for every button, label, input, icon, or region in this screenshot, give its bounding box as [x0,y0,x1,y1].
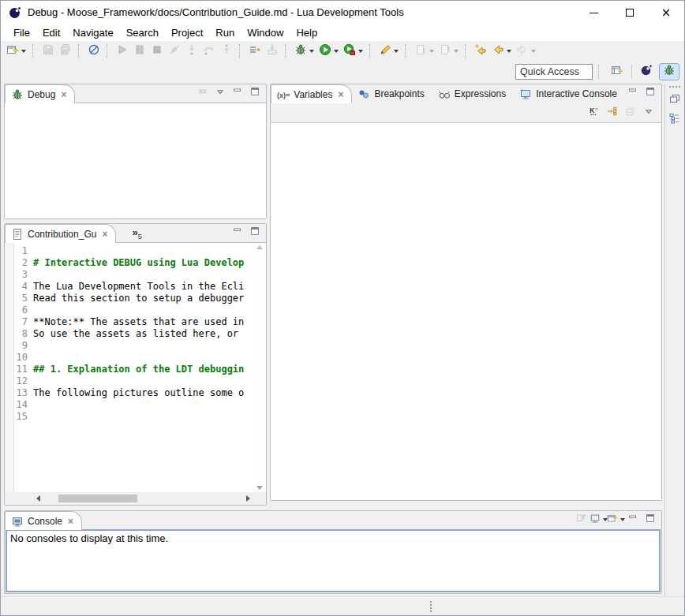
outline-view-button[interactable] [667,112,683,128]
open-perspective-button[interactable] [607,63,627,80]
window-close-button[interactable]: × [648,1,684,24]
editor-line[interactable]: 1 [14,245,253,256]
menu-run[interactable]: Run [209,25,241,40]
remove-all-terminated-button [195,86,211,100]
editor-line[interactable]: 5Read this section to setup a debugger [14,292,253,304]
open-console-icon [607,513,618,527]
menu-navigate[interactable]: Navigate [66,25,119,40]
dropdown-arrow-icon[interactable] [507,50,511,53]
editor-line[interactable]: 12 [14,375,253,386]
dropdown-arrow-icon[interactable] [429,50,434,53]
close-icon[interactable]: × [61,89,66,100]
drag-handle[interactable] [669,86,680,88]
tab-interactive-console[interactable]: Interactive Console [514,84,625,103]
editor-line[interactable]: 4The Lua Development Tools in the Ecli [14,280,253,292]
scrollbar-thumb[interactable] [58,495,137,502]
tab-label: Interactive Console [536,88,617,99]
scroll-left-arrow[interactable] [36,495,40,502]
tab-variables[interactable]: (x)=Variables× [271,84,352,103]
close-icon[interactable]: × [68,516,73,527]
window-minimize-button[interactable] [575,1,612,24]
maximize-button[interactable] [247,86,263,100]
menu-help[interactable]: Help [290,25,324,40]
editor-line[interactable]: 15 [14,410,253,422]
minimize-button[interactable] [625,86,641,100]
maximize-button[interactable] [247,226,263,240]
new-wizard-button[interactable] [4,43,28,60]
variables-view-toolbar: K [271,103,661,122]
dropdown-arrow-icon[interactable] [309,50,314,53]
view-menu-icon [215,86,226,100]
toolbar-group [2,43,30,60]
show-type-names-button[interactable]: K [586,106,602,120]
scroll-right-arrow[interactable] [246,495,250,502]
tab-breakpoints[interactable]: Breakpoints [352,84,432,103]
open-task-button[interactable] [376,43,401,60]
tab-label: Debug [28,89,55,100]
maximize-button[interactable] [642,86,658,100]
tab-contribution-guide[interactable]: Contribution_Gu × [5,224,116,243]
dropdown-arrow-icon[interactable] [334,50,339,53]
close-icon[interactable]: × [338,89,343,100]
tab-debug[interactable]: Debug × [5,84,75,103]
tab-console[interactable]: Console × [5,511,82,530]
minimize-button[interactable] [230,86,245,100]
quick-access-input[interactable]: Quick Access [515,64,593,80]
restore-views-button[interactable] [667,92,683,108]
editor-text-area[interactable]: 12# Interactive DEBUG using Lua Develop3… [14,245,253,492]
menu-file[interactable]: File [7,25,36,40]
show-logical-structure-button[interactable] [605,106,620,120]
display-selected-console-button[interactable] [590,513,606,527]
debug-perspective-button[interactable] [659,63,679,80]
menu-window[interactable]: Window [241,25,290,40]
external-tools-button[interactable] [341,43,365,60]
back-button[interactable] [489,43,514,60]
skip-all-breakpoints-button[interactable] [85,43,103,60]
open-console-button[interactable] [608,513,623,527]
editor-line[interactable]: 10 [14,351,253,363]
editor-line[interactable]: 9 [14,339,253,351]
interactive-console-icon [519,88,532,100]
dropdown-arrow-icon[interactable] [21,50,26,53]
editor-line[interactable]: 11## 1. Explanation of the LDT debuggin [14,363,253,375]
editor-vertical-scrollbar[interactable] [253,243,266,492]
editor-line[interactable]: 2# Interactive DEBUG using Lua Develop [14,256,253,268]
dropdown-arrow-icon[interactable] [358,50,363,53]
menu-search[interactable]: Search [120,25,165,40]
editor-horizontal-scrollbar[interactable] [33,492,253,505]
menu-project[interactable]: Project [165,25,209,40]
scroll-down-arrow[interactable] [256,486,263,490]
minimize-button[interactable] [230,226,245,240]
scroll-up-arrow[interactable] [256,245,263,249]
run-button[interactable] [316,43,341,60]
close-icon[interactable]: × [102,229,107,240]
last-edit-location-button[interactable] [472,43,489,60]
debug-button[interactable] [292,43,316,60]
dropdown-arrow-icon[interactable] [620,518,625,521]
editor-line[interactable]: 6 [14,304,253,315]
dropdown-arrow-icon[interactable] [531,50,536,53]
editor-line[interactable]: 14 [14,398,253,410]
maximize-button[interactable] [642,513,658,527]
lua-perspective-button[interactable] [636,63,657,80]
dropdown-arrow-icon[interactable] [394,50,399,53]
sash-grip[interactable] [430,601,432,612]
editor-content: 12# Interactive DEBUG using Lua Develop3… [5,242,266,505]
editor-line[interactable]: 8So use the assets as listed here, or [14,327,253,339]
view-menu-button[interactable] [641,106,657,120]
use-step-filters-button[interactable] [246,43,264,60]
tab-expressions[interactable]: Expressions [432,84,514,103]
view-menu-button[interactable] [212,86,228,100]
dropdown-arrow-icon[interactable] [454,50,459,53]
more-editors-chevron[interactable]: »5 [132,226,141,241]
editor-line[interactable]: 3 [14,268,253,280]
menu-edit[interactable]: Edit [36,25,66,40]
code-text: The following pictures outline some o [33,387,244,398]
editor-line[interactable]: 7**Note:** The assets that are used in [14,315,253,327]
console-header: Console × [5,511,661,529]
window-maximize-button[interactable] [612,1,648,24]
editor-line[interactable]: 13The following pictures outline some o [14,386,253,398]
editor-scroll-corner [253,492,266,505]
variables-icon: (x)= [277,89,290,100]
minimize-button[interactable] [625,513,641,527]
